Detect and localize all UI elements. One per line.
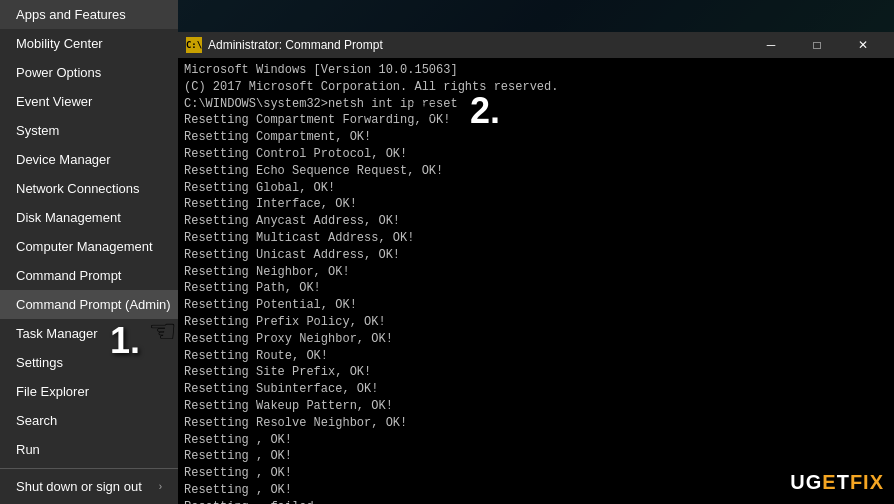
menu-item-label: Event Viewer bbox=[16, 94, 92, 109]
menu-item-label: Mobility Center bbox=[16, 36, 103, 51]
minimize-button[interactable]: ─ bbox=[748, 32, 794, 58]
step-2-label: 2. bbox=[470, 90, 500, 132]
cmd-output-line: Resetting Potential, OK! bbox=[184, 297, 888, 314]
cmd-output-line: Resetting Anycast Address, OK! bbox=[184, 213, 888, 230]
menu-item-shut-down-or-sign-out[interactable]: Shut down or sign out› bbox=[0, 468, 178, 501]
menu-item-settings[interactable]: Settings bbox=[0, 348, 178, 377]
cmd-output-line: Resetting Subinterface, OK! bbox=[184, 381, 888, 398]
menu-item-power-options[interactable]: Power Options bbox=[0, 58, 178, 87]
cmd-output-line: Resetting Route, OK! bbox=[184, 348, 888, 365]
menu-item-network-connections[interactable]: Network Connections bbox=[0, 174, 178, 203]
cmd-output-line: Resetting Proxy Neighbor, OK! bbox=[184, 331, 888, 348]
cmd-output-line: Resetting Compartment Forwarding, OK! bbox=[184, 112, 888, 129]
menu-item-label: Apps and Features bbox=[16, 7, 126, 22]
cmd-output-line: Resetting Resolve Neighbor, OK! bbox=[184, 415, 888, 432]
cmd-output-line: Resetting Compartment, OK! bbox=[184, 129, 888, 146]
menu-item-label: Disk Management bbox=[16, 210, 121, 225]
close-button[interactable]: ✕ bbox=[840, 32, 886, 58]
menu-item-label: Task Manager bbox=[16, 326, 98, 341]
menu-item-label: Run bbox=[16, 442, 40, 457]
menu-item-computer-management[interactable]: Computer Management bbox=[0, 232, 178, 261]
menu-item-search[interactable]: Search bbox=[0, 406, 178, 435]
menu-item-event-viewer[interactable]: Event Viewer bbox=[0, 87, 178, 116]
watermark-fix: FIX bbox=[850, 471, 884, 493]
cmd-output-line: Resetting Neighbor, OK! bbox=[184, 264, 888, 281]
watermark-t: T bbox=[837, 471, 850, 493]
cmd-output-line: C:\WINDOWS\system32>netsh int ip reset bbox=[184, 96, 888, 113]
cmd-titlebar: C:\ Administrator: Command Prompt ─ □ ✕ bbox=[178, 32, 894, 58]
cmd-title: Administrator: Command Prompt bbox=[208, 38, 748, 52]
cmd-output-line: (C) 2017 Microsoft Corporation. All righ… bbox=[184, 79, 888, 96]
cmd-controls: ─ □ ✕ bbox=[748, 32, 886, 58]
cmd-output: Microsoft Windows [Version 10.0.15063](C… bbox=[178, 58, 894, 504]
menu-item-label: Settings bbox=[16, 355, 63, 370]
cmd-output-line: Resetting , OK! bbox=[184, 448, 888, 465]
menu-item-label: Power Options bbox=[16, 65, 101, 80]
menu-item-label: Network Connections bbox=[16, 181, 140, 196]
cmd-output-line: Resetting , failed. bbox=[184, 499, 888, 504]
menu-item-file-explorer[interactable]: File Explorer bbox=[0, 377, 178, 406]
cmd-output-line: Resetting , OK! bbox=[184, 465, 888, 482]
cmd-output-line: Resetting , OK! bbox=[184, 482, 888, 499]
cmd-output-line: Resetting Site Prefix, OK! bbox=[184, 364, 888, 381]
cmd-output-line: Microsoft Windows [Version 10.0.15063] bbox=[184, 62, 888, 79]
menu-item-command-prompt-admin[interactable]: Command Prompt (Admin) bbox=[0, 290, 178, 319]
context-menu: Apps and FeaturesMobility CenterPower Op… bbox=[0, 0, 178, 504]
menu-item-command-prompt[interactable]: Command Prompt bbox=[0, 261, 178, 290]
menu-item-label: Search bbox=[16, 413, 57, 428]
cmd-output-line: Resetting Interface, OK! bbox=[184, 196, 888, 213]
watermark: UGETFIX bbox=[790, 471, 884, 494]
cmd-output-line: Resetting Global, OK! bbox=[184, 180, 888, 197]
menu-item-device-manager[interactable]: Device Manager bbox=[0, 145, 178, 174]
menu-item-system[interactable]: System bbox=[0, 116, 178, 145]
cmd-output-line: Resetting Multicast Address, OK! bbox=[184, 230, 888, 247]
cmd-output-line: Resetting , OK! bbox=[184, 432, 888, 449]
menu-item-mobility-center[interactable]: Mobility Center bbox=[0, 29, 178, 58]
cmd-output-line: Resetting Control Protocol, OK! bbox=[184, 146, 888, 163]
maximize-button[interactable]: □ bbox=[794, 32, 840, 58]
cmd-output-line: Resetting Echo Sequence Request, OK! bbox=[184, 163, 888, 180]
menu-item-label: Command Prompt bbox=[16, 268, 121, 283]
menu-item-label: File Explorer bbox=[16, 384, 89, 399]
menu-item-label: Shut down or sign out bbox=[16, 479, 142, 494]
step-1-label: 1. bbox=[110, 320, 140, 362]
watermark-et: E bbox=[822, 471, 836, 493]
cmd-icon: C:\ bbox=[186, 37, 202, 53]
cmd-window: C:\ Administrator: Command Prompt ─ □ ✕ … bbox=[178, 32, 894, 504]
cmd-output-line: Resetting Unicast Address, OK! bbox=[184, 247, 888, 264]
menu-item-label: Command Prompt (Admin) bbox=[16, 297, 171, 312]
cmd-output-line: Resetting Prefix Policy, OK! bbox=[184, 314, 888, 331]
menu-item-label: Computer Management bbox=[16, 239, 153, 254]
menu-item-label: System bbox=[16, 123, 59, 138]
menu-arrow-icon: › bbox=[159, 481, 162, 492]
menu-item-label: Device Manager bbox=[16, 152, 111, 167]
menu-item-apps-and-features[interactable]: Apps and Features bbox=[0, 0, 178, 29]
menu-item-run[interactable]: Run bbox=[0, 435, 178, 464]
watermark-ug: UG bbox=[790, 471, 822, 493]
menu-item-task-manager[interactable]: Task Manager bbox=[0, 319, 178, 348]
cmd-output-line: Resetting Path, OK! bbox=[184, 280, 888, 297]
menu-item-disk-management[interactable]: Disk Management bbox=[0, 203, 178, 232]
cmd-output-line: Resetting Wakeup Pattern, OK! bbox=[184, 398, 888, 415]
